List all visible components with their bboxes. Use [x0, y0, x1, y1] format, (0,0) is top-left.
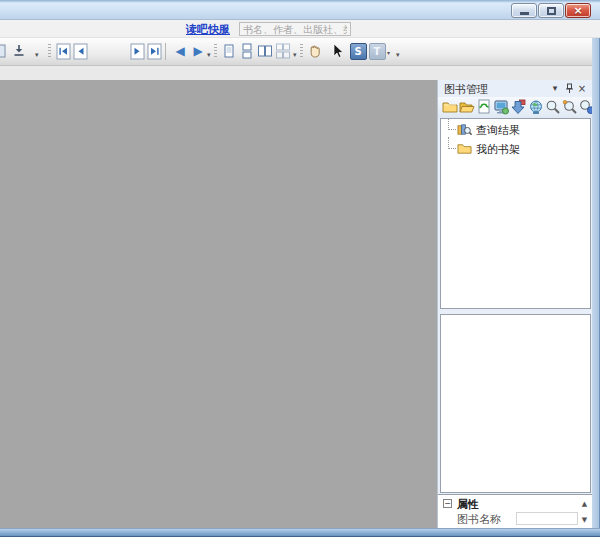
download-arrow-icon [510, 99, 526, 115]
search-local-icon [562, 99, 578, 115]
query-results-icon [457, 122, 472, 137]
next-page-icon [130, 43, 145, 60]
continuous-facing-view-button[interactable] [273, 41, 293, 61]
online-bookstore-button[interactable] [528, 99, 544, 115]
toolbar-grip[interactable] [300, 44, 303, 59]
toolbar-grip[interactable] [214, 44, 217, 59]
pin-icon [565, 83, 574, 94]
maximize-icon [547, 7, 556, 15]
book-search-input[interactable] [239, 22, 351, 36]
continuous-view-icon [239, 43, 255, 59]
panel-close-button[interactable]: × [576, 82, 588, 94]
cursor-arrow-icon [329, 43, 345, 59]
title-bar: × [0, 0, 600, 20]
bookshelf-folder-icon [457, 141, 472, 156]
tree-item-my-bookshelf[interactable]: 我的书架 [441, 141, 590, 157]
panel-pin-button[interactable] [563, 82, 575, 94]
continuous-facing-view-icon [275, 43, 291, 59]
document-area[interactable] [0, 80, 437, 528]
properties-title: 属性 [457, 497, 479, 512]
maximize-button[interactable] [538, 3, 564, 18]
main-toolbar: ▾ ◀ ▶ ▾ [0, 38, 600, 66]
go-forward-button[interactable]: ▶ [188, 41, 208, 61]
refresh-page-icon [476, 99, 492, 115]
search-local-button[interactable] [562, 99, 578, 115]
computer-icon [493, 99, 509, 115]
refresh-page-button[interactable] [476, 99, 492, 115]
book-management-panel: 图书管理 ▾ × [437, 80, 592, 528]
toolbar-overflow-icon[interactable]: ▾ [35, 52, 39, 59]
tree-line [448, 137, 456, 149]
continuous-view-button[interactable] [237, 41, 257, 61]
search-icon [545, 99, 561, 115]
single-page-view-icon [221, 43, 237, 59]
open-folder-icon [459, 99, 475, 115]
go-back-button[interactable]: ◀ [170, 41, 190, 61]
window-border-right [592, 38, 600, 528]
previous-page-button[interactable] [70, 41, 90, 61]
quick-service-link[interactable]: 读吧快服 [186, 22, 230, 37]
computer-import-button[interactable] [493, 99, 509, 115]
previous-page-icon [73, 43, 88, 60]
last-page-button[interactable] [144, 41, 164, 61]
open-folder-button[interactable] [459, 99, 475, 115]
toolbar-separator [165, 43, 166, 60]
open-file-button[interactable] [442, 99, 458, 115]
tree-line [448, 118, 456, 130]
facing-pages-view-button[interactable] [255, 41, 275, 61]
dock-down-button[interactable] [9, 41, 29, 61]
minimize-button[interactable] [511, 3, 537, 18]
text-select-tool-button[interactable]: T [367, 41, 387, 61]
panel-toolbar [438, 97, 593, 118]
globe-icon [528, 99, 544, 115]
property-value-book-name[interactable] [516, 512, 578, 525]
hand-icon [307, 43, 323, 59]
quick-service-bar: 读吧快服 [0, 20, 600, 38]
book-list-pane[interactable] [440, 314, 591, 493]
tree-item-label: 查询结果 [476, 123, 520, 138]
panel-header: 图书管理 ▾ × [438, 80, 593, 97]
facing-pages-view-icon [257, 43, 273, 59]
text-select-tool-icon: T [369, 43, 386, 60]
close-button[interactable]: × [565, 3, 591, 18]
library-tree: 查询结果 我的书架 [440, 118, 591, 309]
snapshot-tool-icon: S [350, 43, 367, 60]
panel-menu-button[interactable]: ▾ [549, 82, 561, 94]
first-page-icon [56, 43, 71, 60]
toolbar-substrip [0, 66, 600, 80]
toolbar-grip[interactable] [48, 44, 51, 59]
download-book-button[interactable] [510, 99, 526, 115]
collapse-properties-button[interactable]: − [443, 499, 452, 508]
close-icon: × [573, 5, 582, 16]
generic-tool-icon [0, 43, 7, 59]
open-file-icon [442, 99, 458, 115]
scroll-up-icon[interactable]: ▲ [579, 498, 590, 509]
forward-arrow-icon: ▶ [193, 45, 202, 57]
properties-pane: − 属性 图书名称 ▲ ▼ [438, 494, 593, 528]
tree-item-label: 我的书架 [476, 142, 520, 157]
search-button[interactable] [545, 99, 561, 115]
window-border-bottom [0, 528, 600, 537]
hand-pan-tool-button[interactable] [305, 41, 325, 61]
dock-down-icon [11, 43, 27, 59]
panel-title: 图书管理 [444, 82, 488, 97]
minimize-icon [520, 12, 529, 15]
scroll-down-icon[interactable]: ▼ [579, 514, 590, 525]
snapshot-tool-button[interactable]: S [348, 41, 368, 61]
single-page-view-button[interactable] [219, 41, 239, 61]
tree-item-query-results[interactable]: 查询结果 [441, 122, 590, 138]
back-arrow-icon: ◀ [175, 45, 184, 57]
text-tool-dropdown-icon[interactable]: ▾ [387, 49, 390, 56]
toolbar-overflow-icon[interactable]: ▾ [396, 52, 400, 59]
select-cursor-tool-button[interactable] [327, 41, 347, 61]
last-page-icon [147, 43, 162, 60]
toolbar-overflow-icon[interactable]: ▾ [207, 52, 211, 59]
toolbar-overflow-icon[interactable]: ▾ [293, 52, 297, 59]
clipped-tool-button[interactable] [0, 41, 9, 61]
property-label-book-name: 图书名称 [457, 512, 501, 527]
